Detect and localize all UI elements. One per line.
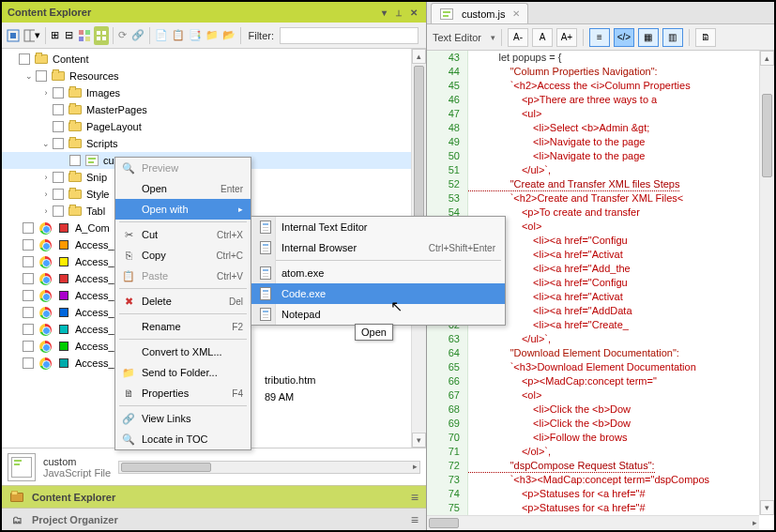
ctx-view-links[interactable]: 🔗View Links xyxy=(115,408,251,429)
svg-rect-9 xyxy=(102,31,106,35)
file-kind: JavaScript File xyxy=(43,467,111,479)
doc-icon xyxy=(255,307,276,322)
ctx-delete[interactable]: ✖DeleteDel xyxy=(115,291,251,312)
code-hscroll[interactable]: ◂▸ xyxy=(427,515,759,530)
toggle-3-icon[interactable]: ▦ xyxy=(638,28,659,47)
ctx-rename[interactable]: RenameF2 xyxy=(115,316,251,337)
scroll-up-icon[interactable]: ▴ xyxy=(412,49,426,64)
sub-atom[interactable]: atom.exe xyxy=(251,263,505,283)
tiles-view-icon[interactable] xyxy=(94,26,109,45)
ctx-paste[interactable]: 📋PasteCtrl+V xyxy=(115,266,251,286)
split-view-toggle[interactable]: ▾ xyxy=(23,26,41,45)
tree-images[interactable]: ›Images xyxy=(2,84,426,101)
svg-rect-8 xyxy=(97,31,100,35)
menu-icon[interactable]: ≡ xyxy=(411,490,418,505)
nav-project-organizer[interactable]: 🗂 Project Organizer ≡ xyxy=(2,508,426,530)
svg-rect-4 xyxy=(79,30,84,35)
copy-icon[interactable]: 📋 xyxy=(171,26,186,45)
outline-icon[interactable]: 🗎 xyxy=(695,28,716,47)
delete-icon: ✖ xyxy=(119,294,138,309)
panel-title: Content Explorer xyxy=(8,7,91,18)
sub-notepad[interactable]: Notepad xyxy=(251,304,505,325)
ctx-preview[interactable]: 🔍Preview xyxy=(115,158,251,178)
sub-internal-text[interactable]: Internal Text Editor xyxy=(251,217,505,237)
file-name: custom xyxy=(43,456,111,467)
locate-icon: 🔍 xyxy=(119,432,138,447)
link-icon[interactable]: 🔗 xyxy=(130,26,145,45)
ctx-locate-toc[interactable]: 🔍Locate in TOC xyxy=(115,429,251,449)
tree-masterpages[interactable]: MasterPages xyxy=(2,101,426,118)
tab-custom-js[interactable]: custom.js ✕ xyxy=(431,3,528,23)
sub-code-exe[interactable]: Code.exe xyxy=(251,283,505,304)
font-larger-icon[interactable]: A+ xyxy=(556,28,577,47)
tab-close-icon[interactable]: ✕ xyxy=(512,8,520,19)
tree-scripts[interactable]: ⌄Scripts xyxy=(2,135,426,152)
ctx-cut[interactable]: ✂CutCtrl+X xyxy=(115,224,251,245)
detail-hscroll[interactable]: ◂▸ xyxy=(118,461,420,474)
editor-mode-label[interactable]: Text Editor xyxy=(433,32,481,43)
toggle-1-icon[interactable]: ≡ xyxy=(589,28,610,47)
links-icon: 🔗 xyxy=(119,411,138,426)
organizer-icon: 🗂 xyxy=(9,513,24,526)
svg-rect-7 xyxy=(85,37,90,41)
open-with-submenu: Internal Text Editor Internal BrowserCtr… xyxy=(251,216,506,326)
close-icon[interactable]: ✕ xyxy=(407,6,420,19)
doc-icon xyxy=(255,266,276,281)
editor-tab-strip: custom.js ✕ xyxy=(427,2,774,24)
toggle-4-icon[interactable]: ▥ xyxy=(662,28,683,47)
editor-toolbar: Text Editor ▾ A- A A+ ≡ </> ▦ ▥ 🗎 xyxy=(427,24,774,51)
ctx-copy[interactable]: ⎘CopyCtrl+C xyxy=(115,245,251,266)
tooltip: Open xyxy=(355,324,393,341)
send-folder-icon: 📁 xyxy=(119,365,138,380)
filter-input[interactable] xyxy=(280,27,418,44)
file-detail-bar: custom JavaScript File ◂▸ xyxy=(2,448,426,485)
cut-icon: ✂ xyxy=(119,227,138,242)
collapse-all-icon[interactable]: ⊟ xyxy=(63,26,75,45)
submenu-arrow-icon: ▸ xyxy=(238,205,243,214)
paste-icon: 📋 xyxy=(119,268,138,283)
svg-rect-5 xyxy=(85,30,90,35)
file-kind-icon xyxy=(8,453,36,481)
code-vscroll[interactable]: ▴▾ xyxy=(759,51,774,515)
properties-icon: 🗎 xyxy=(119,386,138,401)
svg-rect-11 xyxy=(102,37,106,40)
panel-title-bar: Content Explorer ▾ ⟂ ✕ xyxy=(2,2,426,23)
expand-all-icon[interactable]: ⊞ xyxy=(50,26,62,45)
ctx-send-folder[interactable]: 📁Send to Folder... xyxy=(115,362,251,383)
ctx-open-with[interactable]: Open with▸ xyxy=(115,199,251,220)
doc-icon xyxy=(255,220,276,235)
preview-icon: 🔍 xyxy=(119,160,138,175)
dropdown-icon[interactable]: ▾ xyxy=(377,6,390,19)
svg-rect-10 xyxy=(97,37,100,40)
ctx-convert-xml[interactable]: Convert to XML... xyxy=(115,342,251,362)
js-file-icon xyxy=(439,8,454,21)
tree-root[interactable]: Content xyxy=(2,51,426,68)
show-files-toggle[interactable] xyxy=(6,26,21,45)
ctx-open[interactable]: OpenEnter xyxy=(115,178,251,199)
filter-label: Filter: xyxy=(248,30,274,41)
tree-pagelayout[interactable]: PageLayout xyxy=(2,118,426,135)
context-menu: 🔍Preview OpenEnter Open with▸ ✂CutCtrl+X… xyxy=(114,157,251,450)
font-smaller-icon[interactable]: A- xyxy=(508,28,528,47)
show-hide-icon[interactable] xyxy=(77,26,92,45)
sub-internal-browser[interactable]: Internal BrowserCtrl+Shift+Enter xyxy=(251,237,505,258)
refresh-icon[interactable]: ⟳ xyxy=(117,26,129,45)
open-folder-icon[interactable]: 📂 xyxy=(221,26,236,45)
scroll-down-icon[interactable]: ▾ xyxy=(412,433,426,448)
new-folder-icon[interactable]: 📁 xyxy=(205,26,220,45)
doc-icon xyxy=(255,286,276,301)
tree-resources[interactable]: ⌄Resources xyxy=(2,68,426,84)
menu-icon[interactable]: ≡ xyxy=(411,512,418,527)
new-file-icon[interactable]: 📄 xyxy=(154,26,169,45)
copy-icon: ⎘ xyxy=(119,248,138,263)
folder-icon xyxy=(9,491,24,504)
nav-content-explorer[interactable]: Content Explorer ≡ xyxy=(2,485,426,508)
svg-rect-1 xyxy=(10,33,16,38)
ctx-properties[interactable]: 🗎PropertiesF4 xyxy=(115,383,251,403)
font-reset-icon[interactable]: A xyxy=(532,28,553,47)
svg-rect-6 xyxy=(79,37,84,41)
doc-icon xyxy=(255,240,276,255)
toggle-syntax-icon[interactable]: </> xyxy=(614,28,634,47)
properties-icon[interactable]: 📑 xyxy=(188,26,203,45)
pin-icon[interactable]: ⟂ xyxy=(392,6,405,19)
